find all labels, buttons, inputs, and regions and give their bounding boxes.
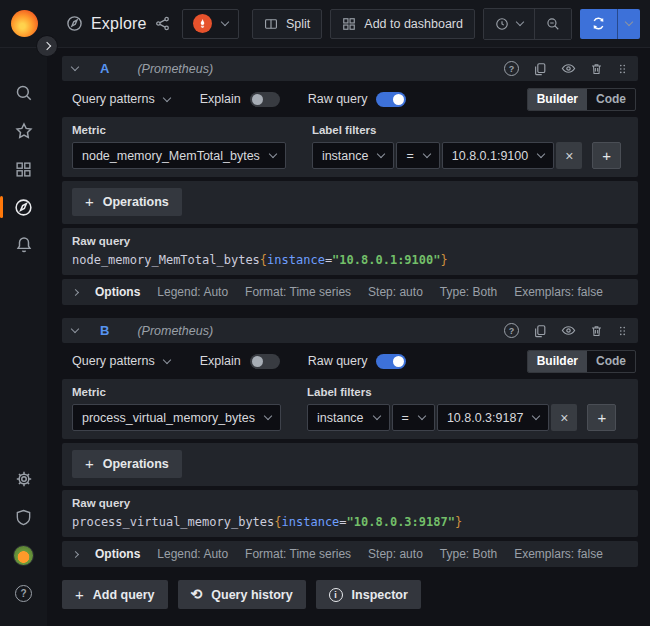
sidebar-item-help[interactable] (0, 574, 47, 612)
raw-query-label: Raw query (72, 235, 628, 247)
raw-operator: = (339, 515, 346, 529)
builder-tab[interactable]: Builder (528, 89, 587, 110)
metric-value: process_virtual_memory_bytes (82, 411, 255, 425)
label-filters-label: Label filters (307, 386, 616, 398)
datasource-help-icon[interactable] (504, 323, 519, 338)
raw-query-toggle[interactable] (376, 92, 406, 107)
plus-icon (85, 456, 94, 472)
datasource-picker[interactable] (182, 9, 239, 39)
metric-select[interactable]: node_memory_MemTotal_bytes (72, 142, 286, 169)
add-operation-button[interactable]: Operations (72, 450, 182, 478)
remove-filter-button[interactable] (556, 142, 582, 169)
chevron-down-icon (625, 18, 633, 26)
chevron-down-icon (423, 150, 431, 158)
chevron-right-icon (72, 288, 79, 295)
add-filter-button[interactable] (587, 404, 616, 431)
metric-select[interactable]: process_virtual_memory_bytes (72, 404, 281, 431)
options-format: Format: Time series (245, 285, 351, 299)
chevron-down-icon (516, 18, 524, 26)
raw-brace-close: } (440, 253, 447, 267)
raw-query-section: Raw query process_virtual_memory_bytes{i… (62, 490, 638, 537)
remove-filter-button[interactable] (551, 404, 577, 431)
sidebar-item-alerting[interactable] (0, 226, 47, 264)
options-legend: Legend: Auto (157, 547, 228, 561)
options-step: Step: auto (368, 547, 423, 561)
collapse-chevron-icon[interactable] (71, 63, 79, 71)
code-tab[interactable]: Code (587, 89, 635, 110)
operations-section: Operations (62, 443, 638, 486)
time-range-picker-button[interactable] (484, 9, 534, 39)
editor-mode-switch: Builder Code (527, 88, 636, 111)
label-filter-name: instance (317, 411, 364, 425)
share-icon[interactable] (155, 16, 170, 31)
options-row[interactable]: Options Legend: Auto Format: Time series… (62, 279, 638, 305)
page-title: Explore (91, 15, 147, 33)
zoom-out-time-button[interactable] (534, 9, 571, 39)
label-filter-value-select[interactable]: 10.8.0.3:9187 (437, 404, 549, 431)
label-filter-op: = (402, 411, 409, 425)
operations-section: Operations (62, 181, 638, 224)
label-filter-name-select[interactable]: instance (312, 142, 395, 169)
label-filter-op-select[interactable]: = (396, 142, 439, 169)
plus-icon (85, 194, 94, 210)
chevron-down-icon (269, 150, 277, 158)
query-header[interactable]: B (Prometheus) (62, 318, 638, 343)
sidebar-expand-button[interactable] (36, 35, 58, 57)
refresh-button[interactable] (580, 9, 617, 39)
add-operation-button[interactable]: Operations (72, 188, 182, 216)
raw-query-toggle[interactable] (376, 354, 406, 369)
duplicate-query-icon[interactable] (533, 324, 547, 338)
chevron-down-icon (162, 355, 170, 363)
label-filter-op: = (406, 149, 413, 163)
raw-query-toggle-label: Raw query (308, 92, 368, 106)
metric-filters-section: Metric process_virtual_memory_bytes Labe… (62, 379, 638, 439)
sidebar-item-search[interactable] (0, 74, 47, 112)
raw-metric: node_memory_MemTotal_bytes (72, 253, 260, 267)
collapse-chevron-icon[interactable] (71, 325, 79, 333)
sidebar-item-explore[interactable] (0, 188, 47, 226)
add-query-button[interactable]: Add query (62, 580, 168, 609)
builder-tab[interactable]: Builder (528, 351, 587, 372)
label-filter-op-select[interactable]: = (392, 404, 435, 431)
delete-query-trash-icon[interactable] (590, 324, 603, 338)
delete-query-trash-icon[interactable] (590, 62, 603, 76)
duplicate-query-icon[interactable] (533, 62, 547, 76)
query-footer-actions: Add query Query history Inspector (62, 580, 638, 609)
sidebar-item-starred[interactable] (0, 112, 47, 150)
options-row[interactable]: Options Legend: Auto Format: Time series… (62, 541, 638, 567)
split-button[interactable]: Split (252, 9, 322, 39)
options-format: Format: Time series (245, 547, 351, 561)
grafana-logo[interactable] (11, 10, 38, 37)
sidebar-item-settings[interactable] (0, 460, 47, 498)
zoom-out-icon (546, 17, 560, 31)
chevron-down-icon (372, 412, 380, 420)
code-tab[interactable]: Code (587, 351, 635, 372)
drag-handle-icon[interactable] (617, 62, 628, 76)
query-patterns-button[interactable]: Query patterns (72, 354, 170, 368)
label-filter-name-select[interactable]: instance (307, 404, 390, 431)
query-toolbar: Query patterns Explain Raw query Builder… (62, 343, 638, 379)
options-step: Step: auto (368, 285, 423, 299)
datasource-help-icon[interactable] (504, 61, 519, 76)
hide-query-eye-icon[interactable] (561, 61, 576, 76)
sidebar-item-profile[interactable] (0, 536, 47, 574)
sidebar-item-dashboards[interactable] (0, 150, 47, 188)
query-header[interactable]: A (Prometheus) (62, 56, 638, 81)
sync-icon (591, 16, 606, 31)
query-history-button[interactable]: Query history (178, 580, 306, 609)
inspector-button[interactable]: Inspector (316, 580, 421, 609)
query-patterns-button[interactable]: Query patterns (72, 92, 170, 106)
explain-label: Explain (200, 92, 241, 106)
explain-toggle[interactable] (250, 92, 280, 107)
explain-toggle[interactable] (250, 354, 280, 369)
sidebar-item-server-admin[interactable] (0, 498, 47, 536)
raw-brace-open: { (260, 253, 267, 267)
drag-handle-icon[interactable] (617, 324, 628, 338)
add-filter-button[interactable] (592, 142, 621, 169)
add-to-dashboard-button[interactable]: Add to dashboard (330, 9, 475, 39)
hide-query-eye-icon[interactable] (561, 323, 576, 338)
raw-label: instance (267, 253, 325, 267)
time-controls (483, 8, 572, 40)
label-filter-value-select[interactable]: 10.8.0.1:9100 (442, 142, 554, 169)
refresh-interval-dropdown[interactable] (617, 9, 640, 39)
